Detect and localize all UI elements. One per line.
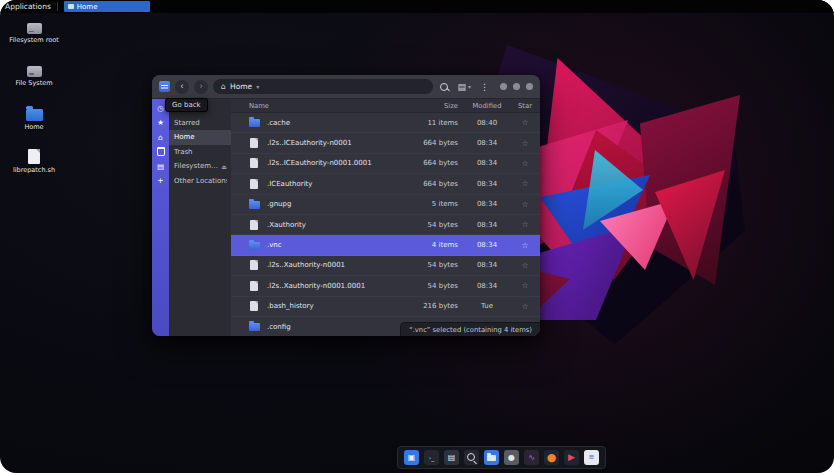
dock-item[interactable]: ● [544, 450, 559, 465]
file-row[interactable]: .ICEauthority 664 bytes 08:34 ☆ [231, 174, 540, 194]
close-button[interactable] [526, 83, 533, 90]
menu-button[interactable]: ⋮ [478, 82, 491, 92]
desktop-icon[interactable]: librepatch.sh [8, 149, 60, 175]
home-icon: ⌂ [221, 82, 226, 91]
file-row[interactable]: .l2s..Xauthority-n0001.0001 54 bytes 08:… [231, 276, 540, 296]
star-icon[interactable]: ☆ [510, 220, 540, 229]
forward-button[interactable]: › [194, 80, 208, 94]
file-name: .Xauthority [267, 221, 406, 229]
file-row[interactable]: .bash_history 216 bytes Tue ☆ [231, 297, 540, 317]
file-row[interactable]: .gnupg 5 items 08:34 ☆ [231, 195, 540, 215]
file-type-icon [250, 260, 258, 270]
desktop-icon-image [28, 149, 40, 164]
view-toggle-button[interactable]: ▤ ▾ [455, 82, 473, 92]
dock-item[interactable]: ▣ [404, 450, 419, 465]
desktop-icon-image [27, 66, 42, 77]
file-row[interactable]: .vnc 4 items 08:34 ☆ [231, 235, 540, 255]
file-row[interactable]: .l2s..ICEauthority-n0001 664 bytes 08:34… [231, 133, 540, 153]
sidebar-item-icon: ⌂ [152, 130, 169, 145]
file-modified: 08:34 [464, 139, 510, 147]
desktop-icon-list: Filesystem root File System Home librepa… [8, 20, 60, 175]
back-button[interactable]: ‹ [175, 80, 189, 94]
file-row[interactable]: .Xauthority 54 bytes 08:34 ☆ [231, 215, 540, 235]
dock-item-icon: ▣ [408, 454, 416, 462]
top-panel: Applications Home [0, 0, 834, 13]
sidebar-item-label: Trash [169, 148, 193, 156]
minimize-button[interactable] [500, 83, 507, 90]
dock-item-icon: ≡ [589, 454, 595, 461]
eject-icon[interactable]: ⏏ [221, 163, 231, 170]
sidebar-item[interactable]: ★ Starred [169, 116, 231, 131]
taskbar-window-button[interactable]: Home [64, 1, 150, 12]
dock-item[interactable] [464, 450, 479, 465]
dock-item-icon: ∿ [528, 454, 535, 462]
applications-menu[interactable]: Applications [5, 2, 51, 11]
file-modified: 08:40 [464, 119, 510, 127]
column-header-modified[interactable]: Modified [464, 102, 510, 110]
path-location-label: Home [230, 82, 252, 91]
search-icon [440, 83, 448, 91]
sidebar-item[interactable]: ▤ Filesystem… ⏏ [169, 159, 231, 174]
file-name: .cache [267, 119, 406, 127]
star-icon[interactable]: ☆ [510, 159, 540, 168]
column-header-size[interactable]: Size [406, 102, 464, 110]
path-bar[interactable]: ⌂ Home ▾ [213, 79, 433, 94]
file-type-icon [250, 220, 258, 230]
dock-item[interactable]: ›_ [424, 450, 439, 465]
star-icon[interactable]: ☆ [510, 302, 540, 311]
file-size: 54 bytes [406, 282, 464, 290]
star-icon[interactable]: ☆ [510, 241, 540, 250]
dock-item-icon: ›_ [429, 455, 434, 461]
dock-item[interactable]: ∿ [524, 450, 539, 465]
sidebar-item-icon: + [152, 174, 169, 189]
sidebar-item-label: Starred [169, 119, 200, 127]
file-modified: 08:34 [464, 282, 510, 290]
dock-item[interactable]: ≡ [584, 450, 599, 465]
window-body: ◷ Recent ★ Starred ⌂ Home [152, 99, 540, 336]
dock-item[interactable]: ▤ [444, 450, 459, 465]
file-row[interactable]: .l2s..ICEauthority-n0001.0001 664 bytes … [231, 154, 540, 174]
desktop-icon[interactable]: Filesystem root [8, 20, 60, 45]
go-back-tooltip: Go back [165, 98, 208, 112]
file-name: .l2s..ICEauthority-n0001 [267, 139, 406, 147]
file-name: .l2s..ICEauthority-n0001.0001 [267, 159, 406, 167]
panel-separator [57, 2, 58, 11]
dock-item-icon: ▶ [568, 453, 575, 462]
file-type-icon [249, 323, 260, 331]
sidebar-item-label: Other Locations [169, 177, 227, 185]
column-header-star[interactable]: Star [510, 102, 540, 110]
selection-status: “.vnc” selected (containing 4 items) [400, 322, 540, 336]
maximize-button[interactable] [513, 83, 520, 90]
star-icon[interactable]: ☆ [510, 200, 540, 209]
dock-item[interactable]: ● [504, 450, 519, 465]
file-modified: 08:34 [464, 200, 510, 208]
column-header-name[interactable]: Name [249, 102, 406, 110]
file-modified: 08:34 [464, 180, 510, 188]
sidebar-item[interactable]: + Other Locations [169, 174, 231, 189]
file-row[interactable]: .cache 11 items 08:40 ☆ [231, 113, 540, 133]
window-icon [68, 4, 74, 9]
star-icon[interactable]: ☆ [510, 261, 540, 270]
file-modified: 08:34 [464, 221, 510, 229]
file-type-icon [250, 158, 258, 168]
chevron-down-icon: ▾ [468, 83, 471, 90]
file-type-icon [250, 281, 258, 291]
star-icon[interactable]: ☆ [510, 179, 540, 188]
desktop-icon-image [26, 109, 43, 121]
file-modified: 08:34 [464, 241, 510, 249]
star-icon[interactable]: ☆ [510, 281, 540, 290]
sidebar-item-icon: ▤ [152, 159, 169, 174]
sidebar-item[interactable]: ⌂ Home [169, 130, 231, 145]
file-name: .config [267, 323, 406, 331]
file-size: 5 items [406, 200, 464, 208]
desktop-icon[interactable]: File System [8, 63, 60, 88]
search-button[interactable] [438, 83, 450, 91]
file-row[interactable]: .l2s..Xauthority-n0001 54 bytes 08:34 ☆ [231, 256, 540, 276]
star-icon[interactable]: ☆ [510, 118, 540, 127]
star-icon[interactable]: ☆ [510, 139, 540, 148]
desktop-icon[interactable]: Home [8, 106, 60, 132]
sidebar-item[interactable]: Trash [169, 145, 231, 160]
sidebar-item-label: Filesystem… [169, 162, 218, 170]
dock-item[interactable] [484, 450, 499, 465]
dock-item[interactable]: ▶ [564, 450, 579, 465]
